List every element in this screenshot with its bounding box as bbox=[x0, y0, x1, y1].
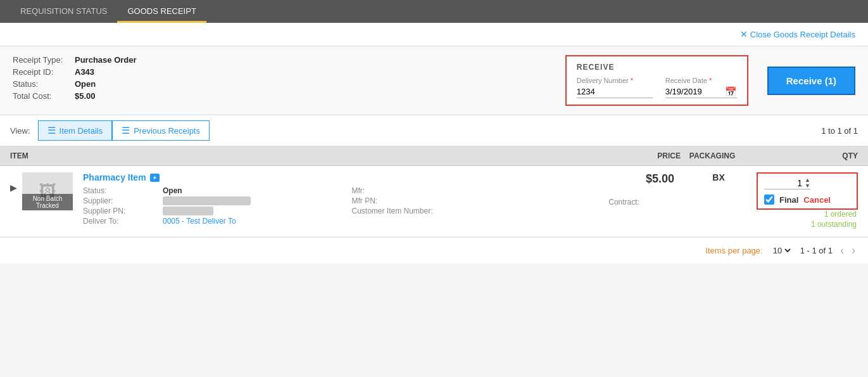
item-details: Pharmacy Item + Status: Open Mfr: Suppli… bbox=[83, 172, 608, 226]
expand-arrow-icon[interactable]: ▶ bbox=[10, 182, 17, 193]
previous-receipts-label: Previous Receipts bbox=[134, 126, 200, 136]
qty-input-row: ▲ ▼ bbox=[764, 177, 850, 189]
item-name: Pharmacy Item + bbox=[83, 172, 608, 182]
status-row: Status: Open bbox=[13, 79, 137, 89]
total-cost-row: Total Cost: $5.00 bbox=[13, 91, 137, 101]
items-per-page-select[interactable]: 10 25 50 bbox=[771, 245, 793, 256]
customer-item-meta-row: Customer Item Number: bbox=[351, 207, 607, 215]
col-header-packaging: PACKAGING bbox=[681, 151, 744, 160]
info-right: RECEIVE Delivery Number * Receive Date * bbox=[565, 55, 855, 106]
view-tabs-bar: View: ☰ Item Details ☰ Previous Receipts… bbox=[0, 115, 868, 146]
qty-down-arrow[interactable]: ▼ bbox=[805, 183, 810, 189]
delivery-number-label: Delivery Number * bbox=[577, 77, 653, 84]
item-details-label: Item Details bbox=[60, 126, 103, 136]
receive-title: RECEIVE bbox=[577, 63, 737, 72]
receipt-id-row: Receipt ID: A343 bbox=[13, 67, 137, 77]
receive-date-field: Receive Date * 📅 bbox=[665, 77, 737, 98]
mfr-meta-label: Mfr: bbox=[351, 186, 427, 195]
batch-badge: Non Batch Tracked bbox=[22, 194, 73, 210]
receipt-type-value: Purchase Order bbox=[75, 55, 137, 65]
tab-item-details[interactable]: ☰ Item Details bbox=[38, 120, 113, 141]
supplier-pn-meta-value: ███████ bbox=[163, 207, 213, 215]
view-pagination: 1 to 1 of 1 bbox=[821, 126, 858, 136]
supplier-meta-label: Supplier: bbox=[83, 196, 159, 205]
item-right-column: $5.00 BX ▲ ▼ Final bbox=[646, 172, 858, 230]
item-name-text: Pharmacy Item bbox=[83, 172, 146, 182]
price-packaging-row: $5.00 BX ▲ ▼ Final bbox=[646, 172, 858, 210]
total-cost-label: Total Cost: bbox=[13, 91, 70, 101]
qty-input[interactable] bbox=[764, 178, 802, 188]
ordered-outstanding: 1 ordered 1 outstanding bbox=[811, 210, 858, 230]
tab-goods-receipt[interactable]: GOODS RECEIPT bbox=[117, 1, 206, 23]
qty-box: ▲ ▼ Final Cancel bbox=[757, 172, 858, 210]
previous-receipts-icon: ☰ bbox=[122, 125, 130, 136]
col-header-qty: QTY bbox=[744, 151, 858, 160]
supplier-meta-value: ████████ ████████ bbox=[163, 196, 251, 205]
deliver-to-meta-row: Deliver To: 0005 - Test Deliver To bbox=[83, 217, 339, 226]
item-name-badge[interactable]: + bbox=[150, 174, 160, 182]
tab-previous-receipts[interactable]: ☰ Previous Receipts bbox=[112, 120, 210, 141]
table-header: ITEM PRICE PACKAGING QTY bbox=[0, 146, 868, 166]
status-meta-row: Status: Open bbox=[83, 186, 339, 195]
mfr-meta-row: Mfr: bbox=[351, 186, 607, 195]
receive-button[interactable]: Receive (1) bbox=[767, 67, 855, 95]
col-header-price: PRICE bbox=[617, 151, 681, 160]
status-value: Open bbox=[75, 79, 96, 89]
mfr-pn-meta-row: Mfr PN: bbox=[351, 196, 607, 205]
customer-item-meta-label: Customer Item Number: bbox=[351, 207, 432, 215]
qty-arrows: ▲ ▼ bbox=[805, 177, 810, 189]
supplier-pn-meta-label: Supplier PN: bbox=[83, 207, 159, 215]
close-bar: ✕ Close Goods Receipt Details bbox=[0, 23, 868, 46]
delivery-number-field: Delivery Number * bbox=[577, 77, 653, 98]
contract-area: Contract: bbox=[608, 172, 646, 207]
status-meta-value: Open bbox=[163, 186, 182, 195]
bottom-bar: Items per page: 10 25 50 1 - 1 of 1 ‹ › bbox=[0, 237, 868, 264]
mfr-pn-meta-label: Mfr PN: bbox=[351, 196, 427, 205]
receive-date-input[interactable] bbox=[665, 86, 722, 98]
close-x-icon: ✕ bbox=[740, 29, 748, 39]
date-wrapper: 📅 bbox=[665, 86, 737, 98]
receipt-type-label: Receipt Type: bbox=[13, 55, 70, 65]
next-page-button[interactable]: › bbox=[852, 244, 855, 257]
item-main-row: ▶ 🖼 Non Batch Tracked Pharmacy Item + St… bbox=[10, 172, 858, 230]
receive-date-label: Receive Date * bbox=[665, 77, 737, 84]
pagination-count: 1 - 1 of 1 bbox=[800, 246, 833, 255]
receipt-type-row: Receipt Type: Purchase Order bbox=[13, 55, 137, 65]
top-nav: REQUISITION STATUS GOODS RECEIPT bbox=[0, 0, 868, 23]
total-cost-value: $5.00 bbox=[75, 91, 96, 101]
receipt-id-value: A343 bbox=[75, 67, 94, 77]
outstanding-text: 1 outstanding bbox=[811, 220, 857, 229]
receipt-id-label: Receipt ID: bbox=[13, 67, 70, 77]
delivery-number-required: * bbox=[631, 77, 633, 84]
item-packaging: BX bbox=[693, 172, 744, 182]
items-per-page-label: Items per page: bbox=[705, 246, 762, 255]
item-price: $5.00 bbox=[646, 172, 681, 186]
item-image: 🖼 Non Batch Tracked bbox=[22, 172, 73, 210]
final-cancel-row: Final Cancel bbox=[764, 195, 850, 205]
cancel-button[interactable]: Cancel bbox=[803, 195, 831, 205]
close-goods-receipt-link[interactable]: ✕ Close Goods Receipt Details bbox=[740, 29, 855, 39]
calendar-icon[interactable]: 📅 bbox=[725, 86, 737, 98]
status-label: Status: bbox=[13, 79, 70, 89]
close-label: Close Goods Receipt Details bbox=[750, 30, 855, 39]
supplier-meta-row: Supplier: ████████ ████████ bbox=[83, 196, 339, 205]
item-meta: Status: Open Mfr: Supplier: ████████ ███… bbox=[83, 186, 608, 226]
contract-label: Contract: bbox=[608, 198, 639, 207]
deliver-to-meta-value: 0005 - Test Deliver To bbox=[163, 217, 236, 226]
tab-requisition-status[interactable]: REQUISITION STATUS bbox=[10, 1, 117, 23]
view-label: View: bbox=[10, 126, 30, 136]
delivery-number-input[interactable] bbox=[577, 86, 653, 98]
status-meta-label: Status: bbox=[83, 186, 159, 195]
col-header-item: ITEM bbox=[10, 151, 617, 160]
receive-fields: Delivery Number * Receive Date * 📅 bbox=[577, 77, 737, 98]
item-details-icon: ☰ bbox=[47, 125, 56, 136]
receive-date-required: * bbox=[709, 77, 712, 84]
info-section: Receipt Type: Purchase Order Receipt ID:… bbox=[0, 46, 868, 115]
deliver-to-meta-label: Deliver To: bbox=[83, 217, 159, 226]
final-checkbox[interactable] bbox=[764, 195, 774, 205]
qty-input-wrapper: ▲ ▼ bbox=[764, 177, 810, 189]
ordered-text: 1 ordered bbox=[811, 210, 857, 219]
receipt-info-fields: Receipt Type: Purchase Order Receipt ID:… bbox=[13, 55, 137, 101]
prev-page-button[interactable]: ‹ bbox=[840, 244, 844, 257]
table-row: ▶ 🖼 Non Batch Tracked Pharmacy Item + St… bbox=[0, 166, 868, 237]
